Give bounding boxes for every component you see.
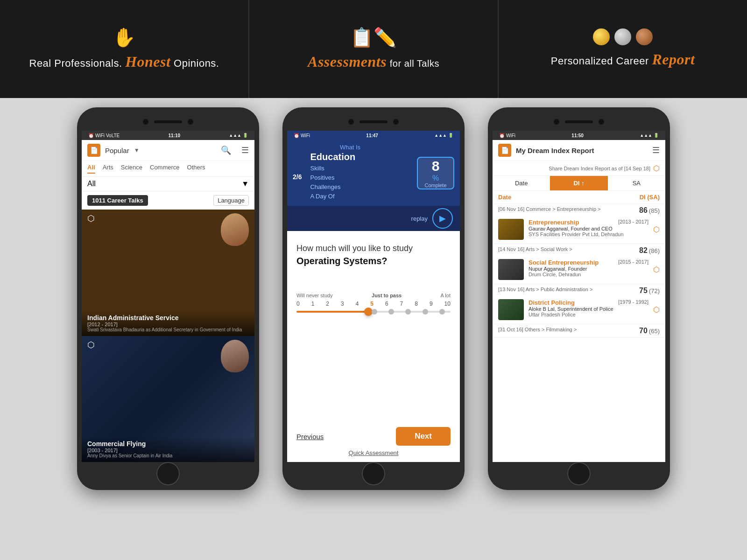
phone1-speaker [154, 120, 182, 123]
phone1-search-icon[interactable]: 🔍 [221, 145, 231, 155]
phone3-entry2-info: Social Entrepreneurship [2015 - 2017] Nu… [529, 259, 648, 280]
phone2-status-bar: ⏰ WiFi 11:47 ▲▲▲ 🔋 [287, 131, 460, 140]
phone3-entry2-org: Drum Circle, Dehradun [529, 272, 648, 277]
phone3-tab-di[interactable]: DI ↑ [550, 176, 607, 190]
phone2-num-9: 9 [430, 301, 433, 307]
phone3-entry3-share-icon[interactable]: ⬡ [653, 305, 660, 314]
phone2-speaker [359, 120, 388, 123]
phone1-menu-icon[interactable]: ☰ [241, 145, 249, 155]
phone1-tab-arts[interactable]: Arts [103, 164, 113, 174]
phone1-alarm-icon: ⏰ [88, 133, 94, 138]
phone1-filter-label[interactable]: All [87, 180, 96, 188]
phone1-card-fly[interactable]: ⬡ Commercial Flying [2003 - 2017] Anny D… [82, 336, 254, 462]
phone3-list: [06 Nov 16] Commerce > Entrepreneurship … [493, 204, 665, 462]
phone1-tab-all[interactable]: All [87, 164, 95, 174]
phone1-card-ias[interactable]: ⬡ Indian Administrative Service [2012 - … [82, 210, 254, 336]
phone1-language-select[interactable]: Language [213, 195, 249, 206]
phone3-col-date: Date [498, 194, 640, 201]
phone2-num-5: 5 [370, 301, 374, 307]
banner-report-prefix: Personalized Career [551, 55, 652, 67]
phone3-header: 📄 My Dream Index Report ☰ [493, 140, 665, 161]
banner-highlight: Honest [125, 53, 170, 70]
phone3-entry1-sa: (85) [649, 207, 660, 214]
phone2-play-button[interactable]: ▶ [432, 208, 453, 229]
banner-assessments-sub: for all Talks [390, 58, 439, 69]
phone3-camera [554, 119, 559, 125]
phone2-home-btn[interactable] [362, 462, 385, 485]
phone1-dropdown-arrow[interactable]: ▼ [134, 147, 140, 154]
banner-honest: ✋ Real Professionals. Honest Opinions. [0, 0, 249, 98]
phone3-speaker [565, 120, 593, 123]
phone1-card1-share-icon[interactable]: ⬡ [87, 213, 95, 224]
phone3-entry1-header: [06 Nov 16] Commerce > Entrepreneurship … [493, 204, 665, 217]
phone1-card2-share-icon[interactable]: ⬡ [87, 340, 95, 350]
phone1-home-btn[interactable] [156, 462, 180, 485]
phone1-tab-others[interactable]: Others [187, 164, 205, 174]
phone3-entry2-year: [2015 - 2017] [618, 259, 648, 266]
phone3-entry2-title: Social Entrepreneurship [529, 259, 599, 266]
phone3-entry1-share-icon[interactable]: ⬡ [653, 225, 660, 234]
phone1-card1-year: [2012 - 2017] [87, 322, 242, 327]
banner-assessments: 📋✏️ Assessments for all Talks [249, 0, 499, 98]
phone2-footer: Previous Next Quick Assessment [287, 421, 460, 462]
phone3-tab-date[interactable]: Date [493, 176, 550, 190]
phone3-share-icon[interactable]: ⬡ [653, 164, 660, 173]
phone2-menu-skills[interactable]: Skills [310, 164, 408, 173]
phone2-previous-button[interactable]: Previous [296, 433, 324, 441]
phone2-menu-positives[interactable]: Positives [310, 173, 408, 182]
phone3-entry3-date: [13 Nov 16] Arts > Public Administration… [498, 287, 592, 295]
phone2-menu-challenges[interactable]: Challenges [310, 182, 408, 191]
phone2-status-icons: ▲▲▲ 🔋 [434, 133, 453, 138]
phone2-dot-3 [405, 309, 411, 315]
phone3-share-row: Share Dream Index Report as of [14 Sep 1… [493, 161, 665, 176]
phone2-what-is: What Is [293, 144, 408, 151]
phone3-entry3-info: District Policing [1979 - 1992] Aloke B … [529, 299, 648, 320]
phone3-camera2 [599, 119, 604, 125]
phone3-entry2-thumb [498, 259, 524, 280]
hand-icon: ✋ [113, 27, 136, 49]
phone2-num-2: 2 [326, 301, 329, 307]
phone3-entry3-body: District Policing [1979 - 1992] Aloke B … [493, 297, 665, 324]
phone2-percent: 8 [432, 158, 440, 174]
phone1-logo-icon: 📄 [87, 144, 100, 157]
phone3-entry-4: [31 Oct 16] Others > Filmmaking > 70 (65… [493, 324, 665, 338]
phone1-wifi-icon: WiFi [95, 133, 105, 138]
phone2-body: How much will you like to study Operatin… [287, 231, 460, 421]
phone2-question: How much will you like to study Operatin… [296, 243, 451, 267]
phone2-label-pass: Just to pass [372, 293, 402, 298]
phone3-entry2-share-icon[interactable]: ⬡ [653, 265, 660, 274]
phone2-menu-adayof[interactable]: A Day Of [310, 192, 408, 201]
phone1-status-left: ⏰ WiFi VoLTE [88, 133, 120, 138]
phone1-filter-arrow[interactable]: ▼ [241, 180, 249, 188]
phone3-col-di: DI (SA) [640, 194, 660, 201]
phone2-quick-assessment[interactable]: Quick Assessment [296, 449, 451, 456]
phone1-card2-sub: Anny Divya as Senior Captain in Air Indi… [87, 453, 249, 458]
phone2-dot-2 [388, 309, 394, 315]
phone3-entry2-body: Social Entrepreneurship [2015 - 2017] Nu… [493, 257, 665, 284]
phone1-volte-icon: VoLTE [106, 133, 120, 138]
phone2-slider-nums: 0 1 2 3 4 5 6 7 8 9 10 [296, 301, 451, 307]
phone2-slider-dots [366, 309, 451, 315]
phone3-bottom [493, 467, 665, 481]
phone3-tab-sa[interactable]: SA [608, 176, 665, 190]
phone3-status-bar: ⏰ WiFi 11:50 ▲▲▲ 🔋 [493, 131, 665, 140]
phone1-screen: 📄 Popular ▼ 🔍 ☰ All Arts Science Commerc… [82, 140, 254, 462]
phone2-num-0: 0 [296, 301, 300, 307]
phone2-next-button[interactable]: Next [396, 427, 451, 446]
phone2-label-never: Will never study [296, 293, 333, 298]
banner-report: Personalized Career Report [499, 0, 747, 98]
phone1-tab-commerce[interactable]: Commerce [150, 164, 180, 174]
phone2-subject: Operating Systems? [296, 256, 388, 266]
phone2-wifi-icon: WiFi [301, 133, 310, 138]
phone2-top [287, 117, 460, 127]
phone3-entry3-sa: (72) [649, 287, 660, 294]
phone1-card2-info: Commercial Flying [2003 - 2017] Anny Div… [82, 436, 254, 462]
phone3-entry1-score: 86 [639, 206, 648, 214]
banner-assessments-text: Assessments for all Talks [308, 52, 439, 72]
phone2-complete-label: Complete [424, 182, 446, 188]
phone3-menu-icon[interactable]: ☰ [652, 145, 660, 155]
phone3-home-btn[interactable] [567, 462, 591, 485]
phone3-entry1-thumb [498, 219, 524, 240]
phone1-tab-science[interactable]: Science [121, 164, 142, 174]
phone2-slider-track[interactable] [296, 311, 451, 313]
